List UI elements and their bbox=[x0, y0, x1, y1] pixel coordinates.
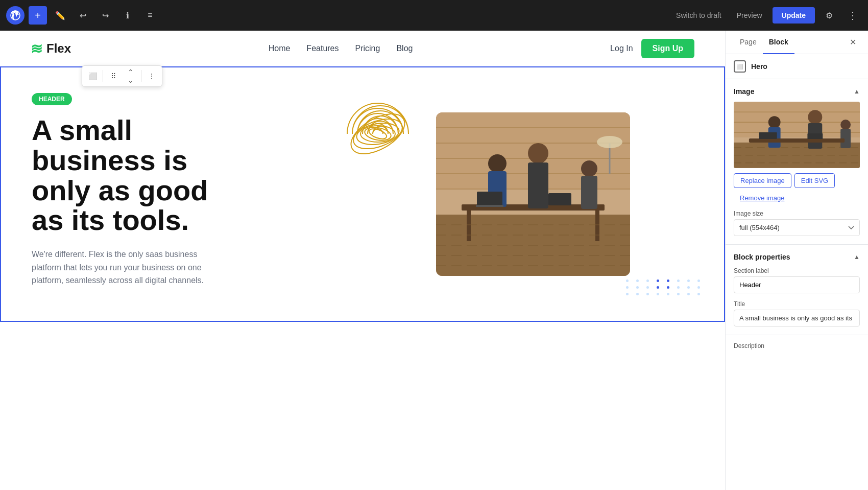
switch-to-draft-button[interactable]: Switch to draft bbox=[671, 8, 727, 22]
logo-text: Flex bbox=[46, 41, 71, 56]
dot bbox=[677, 286, 680, 289]
canvas-area: ≋ Flex Home Features Pricing Blog Log In… bbox=[0, 31, 725, 490]
move-up-down-button[interactable]: ⌃⌄ bbox=[123, 68, 139, 84]
dot bbox=[697, 279, 700, 282]
info-button[interactable]: ℹ bbox=[118, 6, 137, 25]
svg-point-46 bbox=[808, 110, 822, 124]
sidebar-tabs: Page Block ✕ bbox=[726, 31, 868, 54]
svg-rect-31 bbox=[548, 193, 571, 205]
site-logo: ≋ Flex bbox=[31, 40, 71, 57]
edit-svg-button[interactable]: Edit SVG bbox=[794, 173, 835, 188]
svg-point-27 bbox=[581, 160, 597, 177]
list-view-button[interactable]: ≡ bbox=[141, 6, 159, 25]
nav-link-features[interactable]: Features bbox=[306, 44, 339, 53]
nav-right: Log In Sign Up bbox=[610, 39, 694, 58]
block-props-toggle[interactable]: ▲ bbox=[854, 253, 860, 261]
dot bbox=[657, 279, 659, 282]
dot bbox=[687, 293, 690, 295]
more-options-button[interactable]: ⋮ bbox=[843, 6, 862, 25]
hero-section[interactable]: HEADER A small business is only as good … bbox=[0, 66, 725, 322]
dot bbox=[657, 286, 659, 289]
description-section: Description bbox=[726, 335, 868, 360]
dot bbox=[646, 279, 649, 282]
right-sidebar: Page Block ✕ ⬜ Hero Image ▲ bbox=[725, 31, 868, 490]
undo-button[interactable]: ↩ bbox=[74, 6, 92, 25]
svg-rect-26 bbox=[528, 162, 548, 208]
update-button[interactable]: Update bbox=[773, 7, 815, 24]
dot bbox=[667, 279, 669, 282]
hero-office-image bbox=[436, 112, 630, 276]
main-area: ≋ Flex Home Features Pricing Blog Log In… bbox=[0, 31, 868, 490]
dot bbox=[687, 279, 690, 282]
wordpress-logo[interactable] bbox=[6, 6, 25, 25]
dot bbox=[636, 279, 639, 282]
spiral-decoration bbox=[342, 98, 414, 170]
dot bbox=[626, 293, 629, 295]
sidebar-image-preview bbox=[734, 102, 860, 168]
nav-links: Home Features Pricing Blog bbox=[269, 44, 413, 53]
description-label: Description bbox=[734, 342, 860, 349]
svg-rect-11 bbox=[595, 211, 599, 241]
toolbar-divider-1 bbox=[103, 70, 103, 82]
svg-rect-10 bbox=[467, 211, 471, 241]
svg-rect-50 bbox=[749, 138, 845, 143]
block-type-label: Hero bbox=[751, 62, 767, 71]
image-size-label: Image size bbox=[734, 210, 860, 217]
block-type-icon: ⬜ bbox=[734, 60, 746, 73]
nav-link-home[interactable]: Home bbox=[269, 44, 291, 53]
toolbar-divider-2 bbox=[141, 70, 141, 82]
title-input[interactable] bbox=[734, 310, 860, 326]
login-link[interactable]: Log In bbox=[610, 44, 633, 53]
dot bbox=[677, 279, 680, 282]
block-properties-section: Block properties ▲ Section label Title bbox=[726, 245, 868, 335]
main-toolbar: + ✏️ ↩ ↪ ℹ ≡ Switch to draft Preview Upd… bbox=[0, 0, 868, 31]
dot bbox=[646, 293, 649, 295]
image-section-title: Image bbox=[734, 87, 754, 96]
signup-button[interactable]: Sign Up bbox=[641, 39, 694, 58]
hero-left: HEADER A small business is only as good … bbox=[32, 88, 352, 300]
drag-handle[interactable]: ⠿ bbox=[105, 68, 122, 84]
image-size-select[interactable]: full (554x464) bbox=[734, 219, 860, 236]
dot bbox=[646, 286, 649, 289]
sidebar-preview-svg bbox=[734, 102, 860, 168]
svg-point-48 bbox=[840, 120, 851, 130]
block-type-button[interactable]: ⬜ bbox=[84, 68, 101, 84]
toolbar-right: Switch to draft Preview Update ⚙ ⋮ bbox=[671, 6, 862, 25]
tab-block[interactable]: Block bbox=[763, 31, 794, 54]
svg-rect-29 bbox=[477, 192, 502, 206]
hero-right bbox=[373, 88, 693, 300]
image-section-toggle[interactable]: ▲ bbox=[854, 88, 860, 95]
svg-rect-28 bbox=[581, 176, 597, 209]
block-props-header: Block properties ▲ bbox=[734, 253, 860, 261]
preview-button[interactable]: Preview bbox=[732, 8, 767, 22]
svg-point-44 bbox=[768, 116, 781, 128]
dot bbox=[636, 286, 639, 289]
dots-pattern bbox=[626, 279, 704, 295]
settings-button[interactable]: ⚙ bbox=[820, 6, 838, 25]
dot bbox=[626, 286, 629, 289]
nav-link-blog[interactable]: Blog bbox=[396, 44, 413, 53]
add-block-button[interactable]: + bbox=[29, 6, 47, 25]
tab-page[interactable]: Page bbox=[734, 31, 763, 54]
svg-rect-52 bbox=[807, 133, 823, 139]
redo-button[interactable]: ↪ bbox=[96, 6, 114, 25]
remove-image-button[interactable]: Remove image bbox=[734, 191, 790, 205]
site-navigation: ≋ Flex Home Features Pricing Blog Log In… bbox=[0, 31, 725, 66]
edit-button[interactable]: ✏️ bbox=[51, 6, 69, 25]
section-label-input[interactable] bbox=[734, 276, 860, 293]
svg-rect-51 bbox=[759, 132, 777, 139]
image-section: Image ▲ bbox=[726, 79, 868, 245]
nav-link-pricing[interactable]: Pricing bbox=[355, 44, 380, 53]
dot bbox=[687, 286, 690, 289]
sidebar-close-button[interactable]: ✕ bbox=[846, 35, 860, 50]
svg-point-25 bbox=[528, 143, 548, 164]
toolbar-left: + ✏️ ↩ ↪ ℹ ≡ bbox=[6, 6, 159, 25]
section-label-label: Section label bbox=[734, 267, 860, 274]
dot bbox=[697, 293, 700, 295]
logo-icon: ≋ bbox=[31, 40, 42, 57]
hero-title: A small business is only as good as its … bbox=[32, 115, 246, 236]
replace-image-button[interactable]: Replace image bbox=[734, 173, 791, 188]
block-type-row: ⬜ Hero bbox=[726, 54, 868, 79]
more-block-options[interactable]: ⋮ bbox=[143, 68, 160, 84]
dot bbox=[677, 293, 680, 295]
